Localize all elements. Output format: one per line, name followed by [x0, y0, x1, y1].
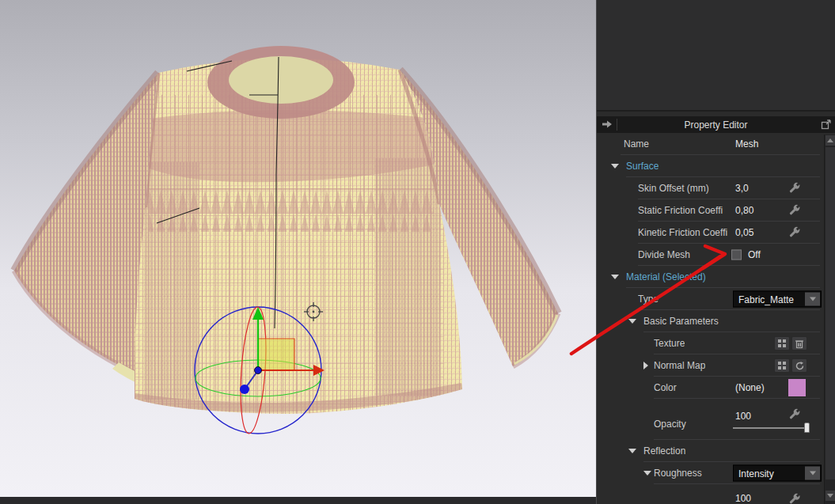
- avatar-neck: [229, 56, 333, 104]
- roughness-label: Roughness: [654, 468, 702, 479]
- name-label: Name: [624, 138, 649, 150]
- gizmo-plane-handle[interactable]: [258, 339, 294, 370]
- type-label: Type: [638, 294, 659, 305]
- row-opacity: Opacity 100: [597, 399, 825, 440]
- grid-icon: [777, 339, 787, 348]
- property-editor-titlebar: Property Editor: [597, 116, 835, 133]
- row-static-friction: Static Friction Coeffi 0,80: [597, 199, 825, 222]
- basic-parameters-label: Basic Parameters: [643, 316, 719, 327]
- section-reflection[interactable]: Reflection: [597, 440, 825, 462]
- color-label: Color: [654, 382, 677, 393]
- wrench-icon[interactable]: [788, 204, 801, 217]
- grid-icon: [777, 361, 787, 370]
- application-window: Property Editor Name Mesh Surface Skin: [0, 0, 835, 504]
- section-surface[interactable]: Surface: [597, 155, 825, 177]
- row-roughness: Roughness Intensity: [597, 462, 825, 484]
- gizmo-pivot-handle[interactable]: [240, 385, 249, 394]
- row-divide-mesh: Divide Mesh Off: [597, 244, 825, 266]
- surface-section-label: Surface: [626, 161, 659, 172]
- wrench-icon[interactable]: [788, 226, 801, 239]
- wrench-icon[interactable]: [788, 408, 801, 421]
- reflection-label: Reflection: [643, 445, 685, 457]
- skin-offset-value[interactable]: 3,0: [735, 183, 749, 194]
- triangle-down-icon: [827, 494, 833, 498]
- color-swatch[interactable]: [788, 379, 806, 396]
- chevron-down-icon[interactable]: [628, 319, 636, 324]
- opacity-slider-handle[interactable]: [804, 423, 810, 433]
- texture-delete-button[interactable]: [791, 336, 807, 351]
- static-friction-label: Static Friction Coeffi: [638, 205, 723, 216]
- type-dropdown[interactable]: Fabric_Matte: [733, 291, 822, 308]
- normal-map-browse-button[interactable]: [774, 358, 790, 373]
- wrench-icon[interactable]: [788, 493, 801, 504]
- row-skin-offset: Skin Offset (mm) 3,0: [597, 177, 825, 199]
- roughness-dropdown-value: Intensity: [738, 468, 774, 479]
- material-section-label: Material (Selected): [626, 271, 706, 282]
- scrollbar-down-button[interactable]: [826, 491, 835, 501]
- undock-window-icon[interactable]: [821, 119, 832, 130]
- type-dropdown-button[interactable]: [805, 293, 820, 306]
- divide-mesh-label: Divide Mesh: [638, 249, 690, 260]
- divide-mesh-checkbox[interactable]: [731, 250, 742, 260]
- garment-scene: [0, 0, 596, 497]
- scrollbar-up-button[interactable]: [826, 135, 835, 146]
- kinetic-friction-label: Kinetic Friction Coeffi: [638, 227, 727, 238]
- trash-icon: [795, 339, 804, 349]
- color-value: (None): [735, 382, 765, 393]
- chevron-down-icon[interactable]: [628, 449, 636, 453]
- roughness-dropdown[interactable]: Intensity: [733, 465, 822, 482]
- texture-browse-button[interactable]: [774, 336, 790, 351]
- opacity-label: Opacity: [654, 419, 686, 430]
- wrench-icon[interactable]: [788, 182, 801, 195]
- static-friction-value[interactable]: 0,80: [735, 205, 753, 216]
- chevron-down-icon[interactable]: [643, 471, 651, 476]
- row-normal-map: Normal Map: [597, 354, 825, 377]
- row-roughness-intensity: 100: [597, 484, 825, 504]
- property-rows: Name Mesh Surface Skin Offset (mm) 3,0: [597, 133, 825, 504]
- row-color: Color (None): [597, 377, 825, 399]
- kinetic-friction-value[interactable]: 0,05: [735, 227, 753, 238]
- scrollbar-thumb[interactable]: [826, 147, 835, 479]
- skin-offset-label: Skin Offset (mm): [638, 183, 709, 194]
- opacity-value[interactable]: 100: [735, 411, 751, 422]
- texture-label: Texture: [654, 338, 685, 349]
- chevron-down-icon: [810, 297, 816, 301]
- type-dropdown-value: Fabric_Matte: [738, 294, 794, 305]
- gizmo-center-handle[interactable]: [255, 367, 262, 374]
- 3d-viewport[interactable]: [0, 0, 596, 497]
- empty-dock-area: [597, 0, 835, 112]
- divide-mesh-state: Off: [748, 249, 761, 260]
- normal-map-label: Normal Map: [654, 360, 705, 371]
- row-texture: Texture: [597, 332, 825, 354]
- section-material[interactable]: Material (Selected): [597, 266, 825, 288]
- section-basic-parameters[interactable]: Basic Parameters: [597, 310, 825, 332]
- row-type: Type Fabric_Matte: [597, 288, 825, 310]
- row-name: Name Mesh: [597, 133, 825, 155]
- triangle-up-icon: [827, 138, 833, 142]
- chevron-down-icon[interactable]: [611, 275, 619, 279]
- chevron-down-icon: [810, 472, 816, 476]
- row-kinetic-friction: Kinetic Friction Coeffi 0,05: [597, 222, 825, 244]
- roughness-dropdown-button[interactable]: [805, 467, 820, 480]
- normal-map-refresh-button[interactable]: [791, 358, 807, 373]
- property-editor-panel: Property Editor Name Mesh Surface Skin: [596, 0, 835, 504]
- chevron-down-icon[interactable]: [611, 164, 619, 169]
- titlebar-divider: [617, 119, 617, 131]
- chevron-right-icon[interactable]: [643, 362, 648, 369]
- name-value[interactable]: Mesh: [735, 138, 758, 150]
- collapse-panel-arrow-icon[interactable]: [602, 119, 613, 129]
- panel-title: Property Editor: [684, 119, 747, 131]
- refresh-icon: [795, 361, 805, 371]
- panel-scrollbar[interactable]: [824, 135, 835, 504]
- opacity-slider[interactable]: [733, 427, 809, 429]
- roughness-intensity-value[interactable]: 100: [735, 493, 751, 504]
